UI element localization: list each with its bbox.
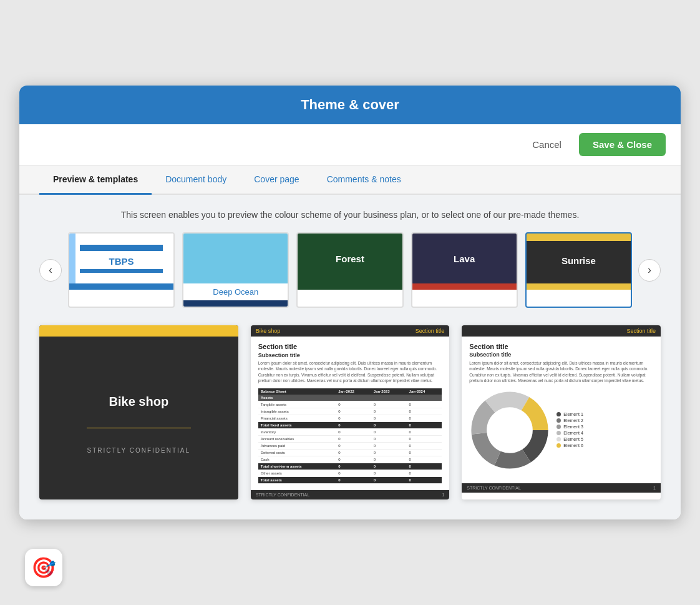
theme-card-deep-ocean[interactable]: Deep Ocean [182, 232, 289, 308]
chart-legend: Element 1Element 2Element 3Element 4Elem… [557, 412, 583, 448]
app-icon: 🎯 [25, 549, 62, 586]
cover-top-accent [39, 325, 238, 337]
sunrise-top-bar [527, 234, 631, 241]
description-text: This screen enables you to preview the c… [39, 210, 661, 220]
body-header-right: Section title [416, 328, 445, 334]
svg-point-6 [490, 411, 529, 450]
main-content: This screen enables you to preview the c… [19, 195, 681, 519]
body-header-left: Bike shop [256, 328, 281, 334]
tab-document-body[interactable]: Document body [152, 165, 240, 195]
tbps-top-bar [80, 245, 163, 251]
legend-item: Element 3 [557, 425, 583, 429]
target-icon: 🎯 [31, 556, 56, 579]
cover-company-name: Bike shop [109, 395, 169, 409]
previews-row: Bike shop STRICTLY CONFIDENTIAL Bike sho… [39, 325, 661, 499]
tab-cover-page[interactable]: Cover page [240, 165, 313, 195]
table-header-2: Jan-2023 [371, 388, 407, 395]
sunrise-preview: Sunrise [527, 234, 631, 283]
forest-preview: Forest [298, 234, 402, 283]
sunrise-accent [527, 283, 631, 290]
deep-ocean-name: Deep Ocean [183, 283, 288, 300]
legend-item: Element 1 [557, 412, 583, 416]
chart-footer-right: 1 [653, 486, 656, 490]
chart-footer-left: STRICTLY CONFIDENTIAL [467, 486, 520, 490]
theme-card-sunrise[interactable]: Sunrise [525, 232, 632, 308]
forest-label: Forest [336, 253, 364, 264]
donut-chart [469, 390, 550, 471]
chart-section-title: Section title [469, 343, 653, 350]
legend-item: Element 2 [557, 418, 583, 423]
table-header-0: Balance Sheet [258, 388, 336, 395]
chart-subsection-title: Subsection title [469, 352, 653, 358]
themes-row: ‹ TBPS De [39, 232, 661, 308]
sunrise-label: Sunrise [561, 255, 596, 266]
forest-accent [298, 283, 402, 290]
body-footer-left: STRICTLY CONFIDENTIAL [256, 493, 309, 497]
toolbar: Cancel Save & Close [19, 124, 681, 165]
title-bar: Theme & cover [19, 86, 681, 124]
tbps-label: TBPS [109, 256, 134, 267]
tbps-accent-bar [69, 283, 173, 290]
cover-divider [87, 428, 191, 428]
body-text: Lorem ipsum dolor sit amet, consectetur … [258, 360, 442, 383]
tab-preview-templates[interactable]: Preview & templates [39, 165, 152, 195]
lava-preview: Lava [412, 234, 517, 283]
cover-confidential: STRICTLY CONFIDENTIAL [87, 447, 191, 454]
cover-preview-card: Bike shop STRICTLY CONFIDENTIAL [39, 325, 238, 499]
body-section-title: Section title [258, 343, 442, 350]
chart-card-content: Section title Subsection title Lorem ips… [462, 337, 661, 476]
tabs-bar: Preview & templates Document body Cover … [19, 165, 681, 195]
chart-card-footer: STRICTLY CONFIDENTIAL 1 [462, 483, 661, 493]
prev-theme-button[interactable]: ‹ [39, 259, 62, 282]
legend-item: Element 5 [557, 437, 583, 441]
body-preview-card: Bike shop Section title Section title Su… [251, 325, 450, 499]
main-window: Theme & cover Cancel Save & Close Previe… [19, 86, 681, 519]
chart-text: Lorem ipsum dolor sit amet, consectetur … [469, 360, 653, 383]
deep-ocean-preview [183, 234, 288, 283]
chart-preview-card: Section title Section title Subsection t… [462, 325, 661, 499]
cancel-button[interactable]: Cancel [522, 134, 571, 155]
tbps-inner: TBPS [69, 234, 173, 283]
tab-comments-notes[interactable]: Comments & notes [313, 165, 415, 195]
lava-accent [412, 283, 517, 290]
chart-header-right: Section title [626, 328, 656, 334]
table-header-3: Jan-2024 [407, 388, 442, 395]
chart-card-header: Section title [462, 325, 661, 337]
theme-card-lava[interactable]: Lava [411, 232, 518, 308]
body-footer-right: 1 [442, 493, 444, 497]
body-subsection-title: Subsection title [258, 352, 442, 358]
lava-label: Lava [454, 253, 475, 264]
theme-card-forest[interactable]: Forest [296, 232, 403, 308]
legend-item: Element 4 [557, 431, 583, 435]
body-card-footer: STRICTLY CONFIDENTIAL 1 [251, 490, 450, 499]
cover-body: Bike shop STRICTLY CONFIDENTIAL [39, 337, 238, 499]
next-theme-button[interactable]: › [638, 259, 661, 282]
title-text: Theme & cover [301, 97, 399, 112]
body-card-content: Section title Subsection title Lorem ips… [251, 337, 450, 489]
theme-card-tbps[interactable]: TBPS [68, 232, 175, 308]
deep-ocean-accent [183, 300, 288, 307]
body-table: Balance Sheet Jan-2022 Jan-2023 Jan-2024… [258, 388, 442, 484]
tbps-side-bar [69, 234, 75, 283]
save-close-button[interactable]: Save & Close [579, 133, 666, 156]
body-card-header: Bike shop Section title [251, 325, 450, 337]
chart-area: Element 1Element 2Element 3Element 4Elem… [469, 390, 653, 471]
tbps-bottom-bar [80, 269, 163, 273]
legend-item: Element 6 [557, 443, 583, 448]
table-header-1: Jan-2022 [336, 388, 371, 395]
themes-container: TBPS Deep Ocean Forest [62, 232, 638, 308]
